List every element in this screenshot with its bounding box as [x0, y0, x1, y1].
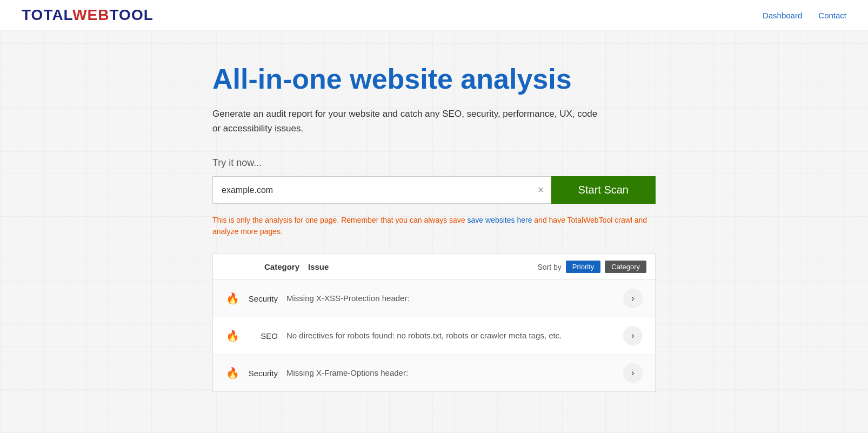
row-action: ›: [619, 363, 646, 383]
col-category-header: Category: [243, 262, 308, 271]
scan-input[interactable]: [213, 178, 551, 203]
hero-subtitle: Generate an audit report for your websit…: [212, 106, 602, 136]
hero-title: All-in-one website analysis: [212, 63, 656, 96]
row-category: Security: [243, 369, 286, 378]
results-container: Category Issue Sort by Priority Category…: [212, 254, 656, 392]
scan-form: ✕ Start Scan: [212, 176, 656, 204]
expand-row-button[interactable]: ›: [623, 326, 643, 345]
row-action: ›: [619, 326, 646, 345]
table-row: 🔥 Security Missing X-XSS-Protection head…: [213, 280, 655, 317]
nav-contact[interactable]: Contact: [818, 11, 846, 20]
row-issue: Missing X-Frame-Options header:: [286, 367, 619, 379]
col-issue-header: Issue: [308, 262, 537, 271]
fire-icon: 🔥: [226, 367, 239, 379]
row-icon-cell: 🔥: [222, 367, 243, 379]
row-action: ›: [619, 289, 646, 308]
logo: TOTALWEBTOOL: [22, 6, 153, 24]
start-scan-button[interactable]: Start Scan: [551, 176, 656, 204]
nav-dashboard[interactable]: Dashboard: [763, 11, 802, 20]
try-label: Try it now...: [212, 157, 656, 169]
expand-row-button[interactable]: ›: [623, 363, 643, 383]
clear-icon[interactable]: ✕: [537, 185, 544, 195]
sort-by-label: Sort by: [537, 263, 561, 271]
results-header: Category Issue Sort by Priority Category: [213, 254, 655, 280]
fire-icon: 🔥: [226, 292, 239, 305]
main-nav: Dashboard Contact: [763, 11, 846, 20]
header: TOTALWEBTOOL Dashboard Contact: [0, 0, 868, 31]
sort-priority-button[interactable]: Priority: [566, 261, 600, 273]
expand-row-button[interactable]: ›: [623, 289, 643, 308]
logo-tool: TOOL: [110, 6, 153, 23]
sort-category-button[interactable]: Category: [605, 261, 646, 273]
table-row: 🔥 SEO No directives for robots found: no…: [213, 317, 655, 355]
notice-before-link: This is only the analysis for one page. …: [212, 216, 468, 224]
row-icon-cell: 🔥: [222, 292, 243, 305]
row-category: Security: [243, 294, 286, 303]
row-issue: Missing X-XSS-Protection header:: [286, 292, 619, 305]
sort-controls: Sort by Priority Category: [537, 261, 646, 273]
row-issue: No directives for robots found: no robot…: [286, 330, 619, 342]
table-row: 🔥 Security Missing X-Frame-Options heade…: [213, 355, 655, 391]
logo-web: WEB: [72, 6, 109, 23]
logo-total: TOTAL: [22, 6, 72, 23]
fire-icon: 🔥: [226, 329, 239, 342]
notice-link[interactable]: save websites here: [468, 216, 532, 224]
row-category: SEO: [243, 331, 286, 341]
row-icon-cell: 🔥: [222, 329, 243, 342]
notice-text: This is only the analysis for one page. …: [212, 215, 656, 237]
main-content: All-in-one website analysis Generate an …: [191, 31, 677, 414]
scan-input-wrapper: ✕: [212, 176, 551, 204]
